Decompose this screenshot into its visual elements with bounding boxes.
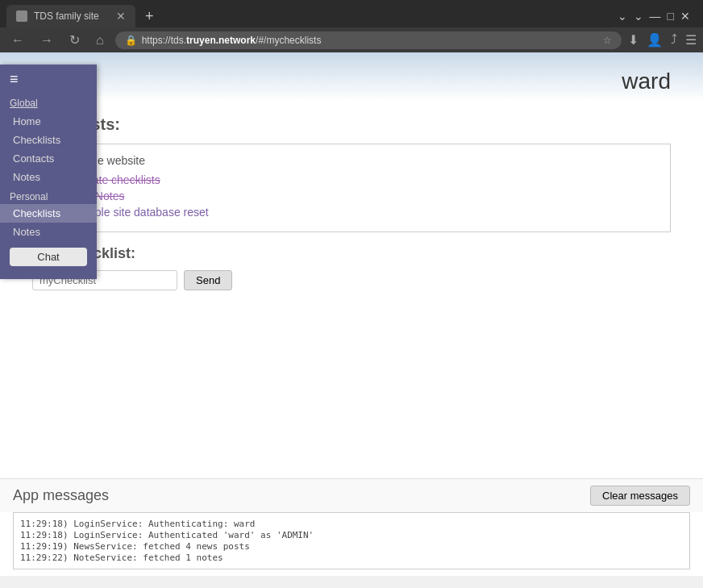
- sidebar-item-home[interactable]: Home: [0, 112, 97, 131]
- back-button[interactable]: ←: [6, 31, 29, 49]
- tab-item[interactable]: TDS family site ✕: [6, 5, 135, 27]
- forward-button[interactable]: →: [35, 31, 58, 49]
- refresh-button[interactable]: ↻: [64, 31, 85, 49]
- new-checklist-heading: New Checklist:: [32, 245, 671, 262]
- tab-dropdown-icon[interactable]: ⌄: [618, 10, 627, 23]
- app-messages-bar: App messages Clear messages: [0, 478, 703, 512]
- url-domain: truyen.network: [186, 35, 256, 46]
- checklist-box: To: Familie website Update checklists Ad…: [32, 144, 671, 232]
- url-path: /#/mychecklists: [256, 35, 321, 46]
- chat-button[interactable]: Chat: [10, 248, 87, 266]
- security-icon: 🔒: [125, 35, 137, 46]
- tab-dropdown2-icon[interactable]: ⌄: [634, 10, 643, 23]
- sidebar-global-label: Global: [0, 94, 97, 112]
- sidebar-item-contacts[interactable]: Contacts: [0, 149, 97, 168]
- list-item: Update checklists: [62, 173, 654, 186]
- log-line-1: 11:29:18) LoginService: Authenticating: …: [20, 519, 683, 529]
- checklist-title: To: Familie website: [49, 154, 654, 167]
- clear-messages-button[interactable]: Clear messages: [590, 486, 690, 506]
- browser-chrome: TDS family site ✕ + ⌄ ⌄ — □ ✕ ← → ↻ ⌂ 🔒 …: [0, 0, 703, 52]
- new-tab-button[interactable]: +: [139, 8, 160, 25]
- tab-controls: ⌄ ⌄ — □ ✕: [618, 10, 697, 23]
- window-minimize-icon[interactable]: —: [650, 10, 661, 23]
- sidebar: ≡ Global Home Checklists Contacts Notes …: [0, 65, 97, 279]
- send-button[interactable]: Send: [184, 270, 232, 290]
- tab-close-icon[interactable]: ✕: [116, 10, 126, 23]
- sidebar-hamburger[interactable]: ≡: [0, 65, 97, 94]
- sidebar-item-checklists-global[interactable]: Checklists: [0, 131, 97, 149]
- bookmark-icon[interactable]: ☆: [603, 35, 612, 46]
- share-icon[interactable]: ⤴: [671, 32, 677, 48]
- app-messages-label: App messages: [13, 487, 109, 504]
- url-prefix: https://tds.: [142, 35, 186, 46]
- sidebar-item-notes-global[interactable]: Notes: [0, 168, 97, 186]
- sidebar-item-checklists-personal[interactable]: Checklists: [0, 204, 97, 223]
- home-button[interactable]: ⌂: [91, 31, 109, 49]
- nav-actions: ⬇ 👤 ⤴ ☰: [628, 32, 697, 48]
- sidebar-personal-label: Personal: [0, 186, 97, 204]
- account-icon[interactable]: 👤: [647, 32, 663, 48]
- menu-icon[interactable]: ☰: [685, 32, 697, 48]
- nav-bar: ← → ↻ ⌂ 🔒 https://tds.truyen.network/#/m…: [0, 27, 703, 52]
- list-item: Add Notes: [62, 190, 654, 202]
- log-line-3: 11:29:19) NewsService: fetched 4 news po…: [20, 541, 683, 552]
- log-line-4: 11:29:22) NoteService: fetched 1 notes: [20, 553, 683, 563]
- tab-title: TDS family site: [34, 10, 99, 22]
- app-messages-section: App messages Clear messages 11:29:18) Lo…: [0, 478, 703, 576]
- address-bar[interactable]: 🔒 https://tds.truyen.network/#/mycheckli…: [115, 31, 622, 49]
- log-line-2: 11:29:18) LoginService: Authenticated 'w…: [20, 530, 683, 540]
- app-messages-log: 11:29:18) LoginService: Authenticating: …: [13, 512, 690, 569]
- new-checklist-form: Send: [32, 270, 671, 290]
- my-checklists-heading: Mhecklists:: [32, 115, 671, 134]
- main-content: ward Mhecklists: To: Familie website Upd…: [0, 52, 703, 478]
- tab-bar: TDS family site ✕ + ⌄ ⌄ — □ ✕: [0, 0, 703, 27]
- list-item: Sample site database reset: [62, 206, 654, 219]
- window-close-icon[interactable]: ✕: [680, 10, 690, 23]
- address-url: https://tds.truyen.network/#/mychecklist…: [142, 35, 598, 46]
- window-maximize-icon[interactable]: □: [668, 10, 674, 23]
- checklist-items-list: Update checklists Add Notes Sample site …: [49, 173, 654, 219]
- download-icon[interactable]: ⬇: [628, 32, 639, 48]
- page-title: ward: [622, 69, 671, 94]
- sidebar-item-notes-personal[interactable]: Notes: [0, 223, 97, 241]
- tab-favicon: [16, 10, 27, 22]
